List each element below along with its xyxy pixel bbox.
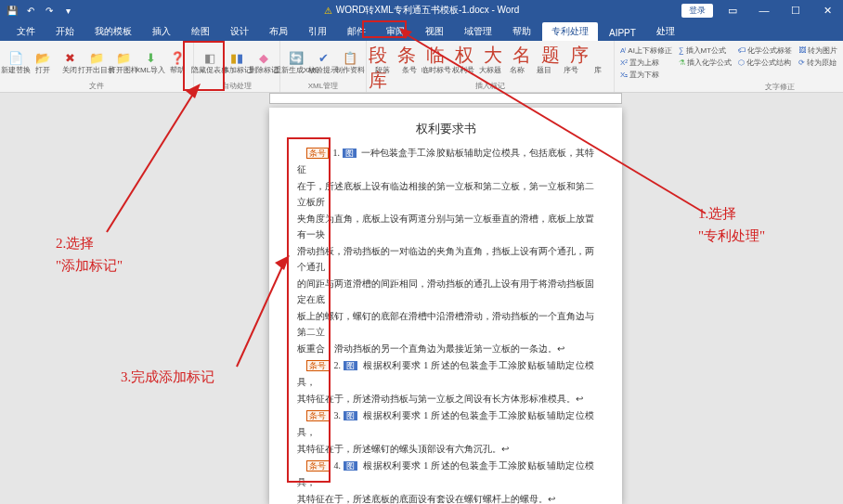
chem-tag-button[interactable]: 🏷化学公式标签 <box>736 45 794 57</box>
figure-marker: 图 <box>344 361 357 370</box>
ribbon-group-xml: 🔄重新生成XML ✔校验提示 📋制作资料 XML管理 <box>280 41 367 92</box>
redo-icon[interactable]: ↷ <box>43 4 56 17</box>
close-icon[interactable]: ✕ <box>815 2 839 19</box>
para-mark-button[interactable]: 段落 <box>370 45 395 80</box>
paragraph-text: 滑动挡板，滑动挡板的一对临边的夹角为直角，挡板上设有两个通孔，两个通孔 <box>297 246 594 272</box>
svg-marker-3 <box>186 84 201 98</box>
to-image-button[interactable]: 🖼转为图片 <box>797 45 839 57</box>
maximize-icon[interactable]: ☐ <box>784 2 808 19</box>
qat-more-icon[interactable]: ▾ <box>61 4 74 17</box>
paragraph[interactable]: 板重合，滑动挡板的另一个直角边为最接近第一立板的一条边。↩ <box>297 341 594 356</box>
add-mark-button[interactable]: ▮▮添加标记 <box>225 45 249 80</box>
annotation-2: 2.选择 "添加标记" <box>56 232 123 277</box>
arrow-1 <box>399 28 715 223</box>
paragraph[interactable]: 其特征在于，所述底板的底面设有套设在螺钉螺杆上的螺母。↩ <box>297 491 594 504</box>
paragraph-text: 根据权利要求 1 所述的包装盒手工涂胶贴板辅助定位模具， <box>297 360 594 387</box>
svg-line-0 <box>405 33 706 213</box>
arrow-2 <box>102 84 214 237</box>
quick-access-toolbar: 💾 ↶ ↷ ▾ <box>0 4 74 17</box>
paragraph[interactable]: 滑动挡板，滑动挡板的一对临边的夹角为直角，挡板上设有两个通孔，两个通孔 <box>297 243 594 275</box>
to-raw-button[interactable]: ⟳转为原始 <box>797 57 839 69</box>
validate-button[interactable]: ✔校验提示 <box>311 45 335 80</box>
paragraph-text: 根据权利要求 1 所述的包装盒手工涂胶贴板辅助定位模具， <box>297 460 594 487</box>
tab-mytemplate[interactable]: 我的模板 <box>85 22 141 41</box>
tab-insert[interactable]: 插入 <box>143 22 180 41</box>
paragraph[interactable]: 条号 3. 图 根据权利要求 1 所述的包装盒手工涂胶贴板辅助定位模具， <box>297 407 594 440</box>
new-replace-button[interactable]: 📄新建替换 <box>4 45 28 80</box>
save-icon[interactable]: 💾 <box>6 4 19 17</box>
titlebar: 💾 ↶ ↷ ▾ ⚠ WORD转XML专利通五书模板-1.docx - Word … <box>0 0 843 20</box>
tab-draw[interactable]: 绘图 <box>182 22 219 41</box>
document-title: ⚠ WORD转XML专利通五书模板-1.docx - Word <box>324 4 520 17</box>
tab-layout[interactable]: 布局 <box>260 22 297 41</box>
ribbon-options-icon[interactable]: ▭ <box>720 2 745 19</box>
minimize-icon[interactable]: — <box>752 2 776 19</box>
xml-import-button[interactable]: ⬇XML导入 <box>138 45 162 80</box>
paragraph[interactable]: 条号 2. 图 根据权利要求 1 所述的包装盒手工涂胶贴板辅助定位模具， <box>297 357 594 390</box>
figure-marker: 图 <box>344 461 357 471</box>
close-button[interactable]: ✖关闭 <box>58 45 82 80</box>
arrow-3 <box>232 255 297 371</box>
figure-marker: 图 <box>343 149 357 158</box>
svg-marker-5 <box>275 255 290 270</box>
paragraph-text: 其特征在于，所述底板的底面设有套设在螺钉螺杆上的螺母。↩ <box>297 494 555 504</box>
annotation-3: 3.完成添加标记 <box>121 366 214 388</box>
paragraph-text: 其特征在于，所述滑动挡板与第一立板之间设有长方体形标准模具。↩ <box>297 394 583 404</box>
login-button[interactable]: 登录 <box>681 4 713 18</box>
chem-struct-button[interactable]: ⬡化学公式结构 <box>736 57 794 69</box>
paragraph-text: 板重合，滑动挡板的另一个直角边为最接近第一立板的一条边。↩ <box>297 343 564 354</box>
delete-mark-button[interactable]: ◆删除标记 <box>252 45 276 80</box>
paragraph[interactable]: 其特征在于，所述螺钉的螺头顶部设有六角沉孔。↩ <box>297 441 594 457</box>
regen-xml-button[interactable]: 🔄重新生成XML <box>284 45 308 80</box>
tab-file[interactable]: 文件 <box>7 22 45 41</box>
paragraph[interactable]: 其特征在于，所述滑动挡板与第一立板之间设有长方体形标准模具。↩ <box>297 391 594 407</box>
svg-line-4 <box>237 263 284 367</box>
paragraph[interactable]: 板上的螺钉，螺钉的底部在滑槽中沿滑槽滑动，滑动挡板的一个直角边与第二立 <box>297 308 594 340</box>
paragraph[interactable]: 条号 4. 图 根据权利要求 1 所述的包装盒手工涂胶贴板辅助定位模具， <box>297 458 594 490</box>
figure-marker: 图 <box>344 411 357 420</box>
annotation-1: 1.选择 "专利处理" <box>698 202 765 247</box>
tab-references[interactable]: 引用 <box>299 22 336 41</box>
tab-home[interactable]: 开始 <box>46 22 84 41</box>
open-drawing-button[interactable]: 📁打开图样 <box>111 45 136 80</box>
tab-design[interactable]: 设计 <box>221 22 258 41</box>
paragraph-text: 根据权利要求 1 所述的包装盒手工涂胶贴板辅助定位模具， <box>297 410 594 437</box>
undo-icon[interactable]: ↶ <box>24 4 37 17</box>
paragraph-text: 的间距与两道滑槽的间距相同，滑动挡板的通孔上设有用于将滑动挡板固定在底 <box>297 278 594 304</box>
make-doc-button[interactable]: 📋制作资料 <box>338 45 362 80</box>
window-controls: 登录 ▭ — ☐ ✕ <box>681 2 839 19</box>
svg-line-2 <box>107 91 195 232</box>
open-toc-button[interactable]: 📁打开出目录 <box>84 45 109 80</box>
paragraph-text: 板上的螺钉，螺钉的底部在滑槽中沿滑槽滑动，滑动挡板的一个直角边与第二立 <box>297 311 594 337</box>
open-button[interactable]: 📂打开 <box>31 45 55 80</box>
paragraph[interactable]: 的间距与两道滑槽的间距相同，滑动挡板的通孔上设有用于将滑动挡板固定在底 <box>297 276 594 307</box>
